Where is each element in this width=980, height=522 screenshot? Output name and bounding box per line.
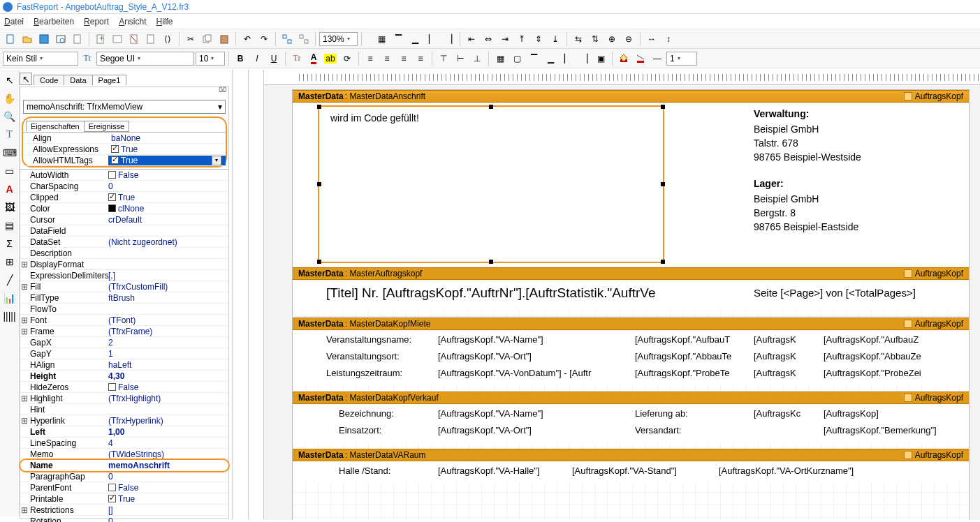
border-all-icon[interactable]: ▦: [492, 51, 508, 66]
font-combo[interactable]: Segoe UI▾: [96, 52, 194, 66]
field-ortkurz[interactable]: [AuftragsKopf."VA-OrtKurzname"]: [719, 465, 854, 476]
line-color-icon[interactable]: [633, 51, 648, 66]
frame-top-icon[interactable]: ▔: [390, 31, 406, 47]
tab-eigenschaften[interactable]: Eigenschaften: [26, 121, 85, 132]
style-combo[interactable]: Kein Stil▾: [3, 52, 78, 66]
report-page[interactable]: MasterData : MasterDataAnschrift Auftrag…: [292, 89, 970, 520]
field-va-name[interactable]: [AuftragsKopf."VA-Name"]: [438, 334, 543, 345]
align-center-icon[interactable]: ⇔: [481, 31, 496, 47]
variables-icon[interactable]: ⟨⟩: [160, 31, 175, 47]
align-top-icon[interactable]: ⤒: [514, 31, 529, 47]
memo-page-count[interactable]: Seite [<Page>] von [<TotalPages>]: [754, 287, 916, 299]
field-d2[interactable]: [AuftragsK: [754, 351, 810, 361]
frame-left-icon[interactable]: ▏: [424, 31, 439, 47]
align-left-icon[interactable]: ⇤: [464, 31, 479, 47]
fill-color-icon[interactable]: [616, 51, 631, 66]
hand-tool-icon[interactable]: ✋: [2, 91, 17, 106]
subreport-tool-icon[interactable]: ▤: [2, 218, 17, 233]
align-middle-icon[interactable]: ⇕: [531, 31, 546, 47]
chart-tool-icon[interactable]: 📊: [2, 290, 17, 306]
prop-paragap[interactable]: 0: [105, 472, 228, 482]
preview-icon[interactable]: [53, 31, 68, 47]
field-d1[interactable]: [AuftragsK: [754, 334, 810, 345]
select-arrow-icon[interactable]: ↖: [20, 73, 32, 85]
menu-ansicht[interactable]: Ansicht: [119, 17, 146, 27]
field-bezeichnung[interactable]: [AuftragsKopf."VA-Name"]: [438, 408, 543, 419]
field-probe-t[interactable]: [AuftragsKopf."ProbeTe: [635, 368, 740, 378]
prop-hidezeros[interactable]: False: [105, 382, 228, 392]
tab-page1[interactable]: Page1: [92, 75, 127, 85]
new-page-icon[interactable]: +: [93, 31, 108, 47]
prop-gapx[interactable]: 2: [105, 338, 228, 348]
font-settings-icon[interactable]: Tr: [289, 51, 305, 66]
prop-halign[interactable]: haLeft: [105, 360, 228, 370]
prop-fill[interactable]: (TfrxCustomFill): [105, 282, 228, 292]
picture-tool-icon[interactable]: 🖼: [2, 200, 17, 215]
font-color-icon[interactable]: A: [306, 51, 321, 66]
prop-filltype[interactable]: ftBrush: [105, 293, 228, 303]
close-icon[interactable]: ⌧: [219, 86, 227, 94]
prop-align[interactable]: baNone: [108, 133, 226, 143]
field-va-ort[interactable]: [AuftragsKopf."VA-Ort"]: [438, 351, 532, 361]
field-stand[interactable]: [AuftragsKopf."VA-Stand"]: [572, 465, 677, 476]
field-abbau-z[interactable]: [AuftragsKopf."AbbauZe: [824, 351, 942, 361]
tab-data[interactable]: Data: [64, 75, 92, 85]
text-left-icon[interactable]: ≡: [363, 51, 378, 66]
new-icon[interactable]: [3, 31, 18, 47]
open-icon[interactable]: [20, 31, 35, 47]
prop-frame[interactable]: (TfrxFrame): [105, 327, 228, 336]
new-dialog-icon[interactable]: [110, 31, 125, 47]
field-lieferung-e[interactable]: [AuftragsKop]: [824, 408, 942, 419]
undo-icon[interactable]: ↶: [240, 31, 255, 47]
grid-icon[interactable]: ▦: [374, 31, 389, 47]
page-setup-icon[interactable]: [70, 31, 85, 47]
prop-autowidth[interactable]: False: [105, 170, 228, 180]
band-masterdata-kopfmiete[interactable]: MasterData : MasterDataKopfMiete Auftrag…: [293, 318, 969, 386]
field-d3[interactable]: [AuftragsK: [754, 368, 810, 378]
page-settings-icon[interactable]: [143, 31, 159, 47]
delete-page-icon[interactable]: [126, 31, 142, 47]
prop-font[interactable]: (TFont): [105, 315, 228, 325]
line-width-combo[interactable]: 1▾: [666, 52, 697, 66]
border-none-icon[interactable]: ▢: [509, 51, 525, 66]
zoom-combo[interactable]: 130%▾: [319, 32, 358, 46]
select-tool-icon[interactable]: ↖: [2, 73, 17, 88]
text-bot-icon[interactable]: ⊥: [469, 51, 485, 66]
align-right-icon[interactable]: ⇥: [497, 31, 513, 47]
memo-tool-icon[interactable]: A: [2, 181, 17, 197]
field-aufbau-z[interactable]: [AuftragsKopf."AufbauZ: [824, 334, 942, 345]
line-style-icon[interactable]: —: [650, 51, 665, 66]
band-masterdata-varaum[interactable]: MasterData : MasterDataVARaum AuftragsKo…: [293, 449, 969, 482]
object-select-combo[interactable]: memoAnschrift: TfrxMemoView▾: [23, 100, 226, 114]
band-masterdata-kopfverkauf[interactable]: MasterData : MasterDataKopfVerkauf Auftr…: [293, 392, 969, 443]
prop-color[interactable]: clNone: [105, 204, 228, 214]
tab-code[interactable]: Code: [34, 75, 64, 85]
prop-memo[interactable]: (TWideStrings): [105, 449, 228, 459]
border-outer-icon[interactable]: ▣: [593, 51, 608, 66]
bold-icon[interactable]: B: [233, 51, 248, 66]
group-icon[interactable]: [279, 31, 295, 47]
space-h-icon[interactable]: ⇆: [571, 31, 586, 47]
frame-bottom-icon[interactable]: ▁: [407, 31, 423, 47]
memo-title-nr[interactable]: [Titel] Nr. [AuftragsKopf."AuftrNr"].[Au…: [326, 285, 731, 301]
prop-dataset[interactable]: (Nicht zugeordnet): [105, 237, 228, 247]
align-bottom-icon[interactable]: ⤓: [548, 31, 563, 47]
text-mid-icon[interactable]: ⊢: [453, 51, 468, 66]
band-masterdata-anschrift[interactable]: MasterData : MasterDataAnschrift Auftrag…: [293, 90, 969, 267]
prop-printable[interactable]: True: [105, 494, 228, 504]
border-bottom-icon[interactable]: ▁: [543, 51, 558, 66]
paste-icon[interactable]: [217, 31, 232, 47]
field-abbau-t[interactable]: [AuftragsKopf."AbbauTe: [635, 351, 740, 361]
prop-cursor[interactable]: crDefault: [105, 215, 228, 225]
field-einsatzort[interactable]: [AuftragsKopf."VA-Ort"]: [438, 425, 532, 435]
prop-linespacing[interactable]: 4: [105, 438, 228, 448]
zoom-tool-icon[interactable]: 🔍: [2, 109, 17, 124]
prop-restrictions[interactable]: []: [105, 505, 228, 515]
prop-clipped[interactable]: True: [105, 193, 228, 202]
prop-parentfont[interactable]: False: [105, 483, 228, 493]
prop-highlight[interactable]: (TfrxHighlight): [105, 394, 228, 403]
prop-left[interactable]: 1,00: [105, 427, 228, 437]
italic-icon[interactable]: I: [249, 51, 265, 66]
rotate-icon[interactable]: ⟳: [339, 51, 355, 66]
prop-name[interactable]: memoAnschrift: [105, 461, 228, 470]
